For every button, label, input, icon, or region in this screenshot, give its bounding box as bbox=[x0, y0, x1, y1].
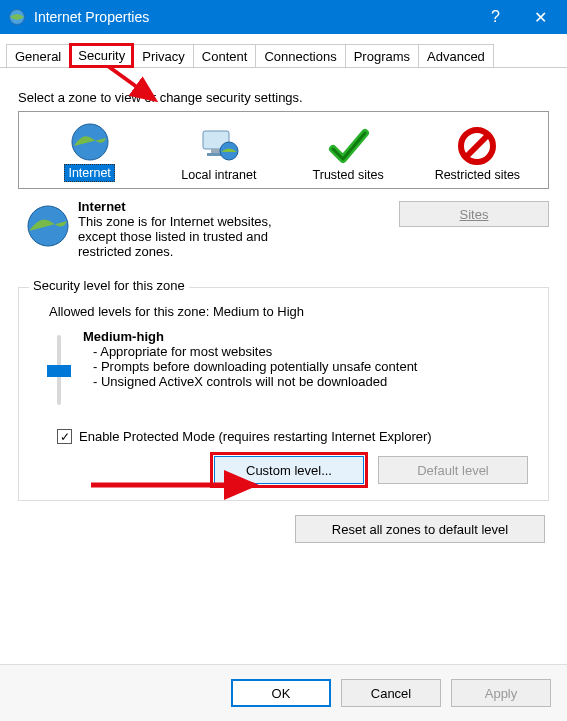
security-level-slider[interactable] bbox=[57, 335, 61, 405]
tab-panel-security: Select a zone to view or change security… bbox=[0, 67, 567, 549]
cancel-button[interactable]: Cancel bbox=[341, 679, 441, 707]
cancel-label: Cancel bbox=[371, 686, 411, 701]
level-name: Medium-high bbox=[83, 329, 164, 344]
reset-all-zones-button[interactable]: Reset all zones to default level bbox=[295, 515, 545, 543]
zone-restricted-sites[interactable]: Restricted sites bbox=[422, 124, 532, 182]
svg-line-8 bbox=[466, 135, 488, 157]
zone-local-intranet[interactable]: Local intranet bbox=[164, 124, 274, 182]
default-level-label: Default level bbox=[417, 463, 489, 478]
level-bullet-3: - Unsigned ActiveX controls will not be … bbox=[93, 374, 417, 389]
titlebar: Internet Properties ? ✕ bbox=[0, 0, 567, 34]
globe-icon-large bbox=[18, 199, 78, 259]
zone-instruction: Select a zone to view or change security… bbox=[18, 90, 549, 105]
zone-internet-label: Internet bbox=[64, 164, 114, 182]
monitor-globe-icon bbox=[164, 124, 274, 168]
close-button[interactable]: ✕ bbox=[518, 0, 563, 34]
zone-desc-title: Internet bbox=[78, 199, 126, 214]
sites-button-label: Sites bbox=[460, 207, 489, 222]
zone-list: Internet Local intranet Tru bbox=[18, 111, 549, 189]
ok-label: OK bbox=[272, 686, 291, 701]
dialog-footer: OK Cancel Apply bbox=[0, 664, 567, 721]
tab-general[interactable]: General bbox=[6, 44, 70, 68]
protected-mode-checkbox[interactable]: ✓ bbox=[57, 429, 72, 444]
annotation-arrow-1 bbox=[100, 62, 180, 115]
level-description: Medium-high - Appropriate for most websi… bbox=[83, 329, 417, 405]
window-title: Internet Properties bbox=[34, 9, 473, 25]
tab-advanced[interactable]: Advanced bbox=[418, 44, 494, 68]
default-level-button[interactable]: Default level bbox=[378, 456, 528, 484]
zone-trusted-sites[interactable]: Trusted sites bbox=[293, 124, 403, 182]
zone-local-intranet-label: Local intranet bbox=[181, 168, 256, 182]
tab-content[interactable]: Content bbox=[193, 44, 257, 68]
group-legend: Security level for this zone bbox=[29, 278, 189, 293]
help-button[interactable]: ? bbox=[473, 0, 518, 34]
zone-desc-body: This zone is for Internet websites, exce… bbox=[78, 214, 308, 259]
tab-programs[interactable]: Programs bbox=[345, 44, 419, 68]
zone-restricted-sites-label: Restricted sites bbox=[435, 168, 520, 182]
level-bullet-2: - Prompts before downloading potentially… bbox=[93, 359, 417, 374]
apply-button[interactable]: Apply bbox=[451, 679, 551, 707]
slider-thumb[interactable] bbox=[47, 365, 71, 377]
tab-privacy[interactable]: Privacy bbox=[133, 44, 194, 68]
internet-options-icon bbox=[8, 8, 26, 26]
sites-button[interactable]: Sites bbox=[399, 201, 549, 227]
prohibited-icon bbox=[422, 124, 532, 168]
globe-icon bbox=[35, 120, 145, 164]
tab-strip: General Security Privacy Content Connect… bbox=[0, 34, 567, 67]
security-level-group: Security level for this zone Allowed lev… bbox=[18, 287, 549, 501]
allowed-levels-text: Allowed levels for this zone: Medium to … bbox=[49, 304, 532, 319]
ok-button[interactable]: OK bbox=[231, 679, 331, 707]
tab-connections[interactable]: Connections bbox=[255, 44, 345, 68]
reset-all-zones-label: Reset all zones to default level bbox=[332, 522, 508, 537]
apply-label: Apply bbox=[485, 686, 518, 701]
custom-level-label: Custom level... bbox=[246, 463, 332, 478]
zone-description-row: Internet This zone is for Internet websi… bbox=[18, 199, 549, 259]
tab-security[interactable]: Security bbox=[69, 43, 134, 68]
protected-mode-label: Enable Protected Mode (requires restarti… bbox=[79, 429, 432, 444]
level-bullet-1: - Appropriate for most websites bbox=[93, 344, 417, 359]
custom-level-button[interactable]: Custom level... bbox=[214, 456, 364, 484]
checkmark-icon bbox=[293, 124, 403, 168]
zone-internet[interactable]: Internet bbox=[35, 120, 145, 182]
zone-trusted-sites-label: Trusted sites bbox=[313, 168, 384, 182]
